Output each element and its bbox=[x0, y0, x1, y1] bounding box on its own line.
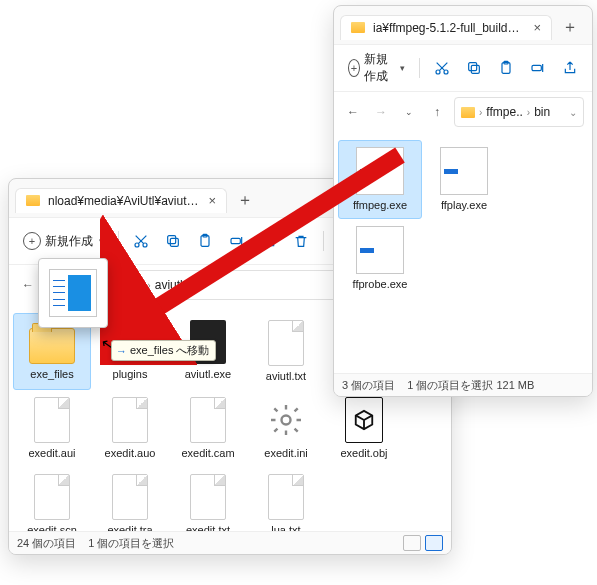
file-item[interactable]: aviutl.txt bbox=[247, 313, 325, 390]
delete-button[interactable] bbox=[287, 227, 315, 255]
file-item[interactable]: lua.txt bbox=[247, 467, 325, 531]
status-selection: 1 個の項目を選択 121 MB bbox=[407, 378, 534, 393]
new-label: 新規作成 bbox=[45, 233, 93, 250]
toolbar: + 新規作成 ▾ bbox=[334, 44, 592, 92]
folder-icon bbox=[461, 107, 475, 118]
file-label: exedit.aui bbox=[28, 447, 75, 460]
svg-point-8 bbox=[282, 416, 291, 425]
file-label: exedit.auo bbox=[105, 447, 156, 460]
cut-button[interactable] bbox=[127, 227, 155, 255]
status-bar: 3 個の項目 1 個の項目を選択 121 MB bbox=[334, 373, 592, 396]
copy-button[interactable] bbox=[460, 54, 488, 82]
file-icon bbox=[268, 320, 304, 366]
svg-rect-6 bbox=[231, 238, 240, 243]
svg-rect-3 bbox=[168, 236, 176, 244]
folder-icon bbox=[26, 195, 40, 206]
rename-button[interactable] bbox=[223, 227, 251, 255]
file-label: exedit.cam bbox=[181, 447, 234, 460]
tab-active[interactable]: nload¥media¥AviUtl¥aviutl110 × bbox=[15, 188, 227, 213]
file-label: ffprobe.exe bbox=[353, 278, 408, 291]
file-label: exedit.txt bbox=[186, 524, 230, 531]
tab-strip: ia¥ffmpeg-5.1.2-full_build¥bin × ＋ bbox=[334, 6, 592, 44]
up-button[interactable]: ↑ bbox=[426, 105, 448, 119]
file-item[interactable]: exedit.ini bbox=[247, 390, 325, 467]
folder-open-icon bbox=[29, 328, 75, 364]
tab-title: ia¥ffmpeg-5.1.2-full_build¥bin bbox=[373, 21, 525, 35]
tab-title: nload¥media¥AviUtl¥aviutl110 bbox=[48, 194, 200, 208]
share-button[interactable] bbox=[556, 54, 584, 82]
svg-rect-12 bbox=[469, 63, 477, 71]
recent-button[interactable]: ⌄ bbox=[398, 107, 420, 117]
copy-button[interactable] bbox=[159, 227, 187, 255]
breadcrumb[interactable]: › ... › aviutl.. bbox=[101, 270, 353, 300]
breadcrumb[interactable]: › ffmpe.. › bin ⌄ bbox=[454, 97, 584, 127]
file-label: exedit.obj bbox=[340, 447, 387, 460]
file-label: aviutl.exe bbox=[185, 368, 231, 381]
new-tab-button[interactable]: ＋ bbox=[558, 15, 582, 39]
svg-rect-2 bbox=[170, 238, 178, 246]
file-item[interactable]: exedit.cam bbox=[169, 390, 247, 467]
file-item[interactable]: exedit.obj bbox=[325, 390, 403, 467]
file-label: exedit.ini bbox=[264, 447, 307, 460]
icons-view-button[interactable] bbox=[425, 535, 443, 551]
file-item[interactable]: ffmpeg.exe bbox=[338, 140, 422, 219]
forward-button[interactable]: → bbox=[370, 105, 392, 119]
file-label: lua.txt bbox=[271, 524, 300, 531]
svg-rect-15 bbox=[532, 65, 541, 70]
new-tab-button[interactable]: ＋ bbox=[233, 188, 257, 212]
gear-icon bbox=[263, 397, 309, 443]
file-icon bbox=[112, 474, 148, 520]
obj-file-icon bbox=[345, 397, 383, 443]
folder-icon bbox=[108, 280, 122, 291]
share-button[interactable] bbox=[255, 227, 283, 255]
file-icon bbox=[190, 397, 226, 443]
address-bar-row: ← → ⌄ ↑ › ffmpe.. › bin ⌄ bbox=[334, 92, 592, 132]
file-item[interactable]: exedit.txt bbox=[169, 467, 247, 531]
file-item[interactable]: ffplay.exe bbox=[422, 140, 506, 219]
close-icon[interactable]: × bbox=[208, 194, 216, 207]
file-label: ffmpeg.exe bbox=[353, 199, 407, 212]
file-icon bbox=[34, 474, 70, 520]
status-count: 24 個の項目 bbox=[17, 536, 76, 551]
file-icon bbox=[268, 474, 304, 520]
file-icon bbox=[190, 474, 226, 520]
close-icon[interactable]: × bbox=[533, 21, 541, 34]
move-tooltip: → exe_files へ移動 bbox=[111, 340, 216, 361]
file-icon bbox=[34, 397, 70, 443]
svg-rect-11 bbox=[471, 65, 479, 73]
move-arrow-icon: → bbox=[116, 345, 127, 357]
plus-icon: + bbox=[23, 232, 41, 250]
status-bar: 24 個の項目 1 個の項目を選択 bbox=[9, 531, 451, 554]
back-button[interactable]: ← bbox=[17, 278, 39, 292]
rename-button[interactable] bbox=[524, 54, 552, 82]
tab-active[interactable]: ia¥ffmpeg-5.1.2-full_build¥bin × bbox=[340, 15, 552, 40]
folder-icon bbox=[351, 22, 365, 33]
cut-button[interactable] bbox=[428, 54, 456, 82]
file-icon bbox=[112, 397, 148, 443]
new-button[interactable]: + 新規作成 ▾ bbox=[17, 227, 110, 255]
file-item[interactable]: exedit.aui bbox=[13, 390, 91, 467]
new-button[interactable]: + 新規作成 ▾ bbox=[342, 54, 411, 82]
paste-button[interactable] bbox=[492, 54, 520, 82]
chevron-down-icon: ▾ bbox=[400, 63, 405, 73]
explorer-window-ffmpeg[interactable]: ia¥ffmpeg-5.1.2-full_build¥bin × ＋ + 新規作… bbox=[333, 5, 593, 397]
status-count: 3 個の項目 bbox=[342, 378, 395, 393]
paste-button[interactable] bbox=[191, 227, 219, 255]
details-view-button[interactable] bbox=[403, 535, 421, 551]
file-label: exedit.tra bbox=[107, 524, 152, 531]
plus-icon: + bbox=[348, 59, 360, 77]
move-tooltip-text: exe_files へ移動 bbox=[130, 343, 209, 358]
drag-ghost-icon bbox=[38, 258, 108, 328]
file-grid[interactable]: ffmpeg.exe ffplay.exe ffprobe.exe bbox=[334, 132, 592, 373]
back-button[interactable]: ← bbox=[342, 105, 364, 119]
file-label: exedit.scn bbox=[27, 524, 77, 531]
file-item[interactable]: exedit.scn bbox=[13, 467, 91, 531]
file-item[interactable]: ffprobe.exe bbox=[338, 219, 422, 298]
chevron-down-icon: ▾ bbox=[99, 236, 104, 246]
file-item[interactable]: exedit.tra bbox=[91, 467, 169, 531]
file-label: plugins bbox=[113, 368, 148, 381]
new-label: 新規作成 bbox=[364, 51, 394, 85]
file-item[interactable]: exedit.auo bbox=[91, 390, 169, 467]
status-selection: 1 個の項目を選択 bbox=[88, 536, 174, 551]
file-label: aviutl.txt bbox=[266, 370, 306, 383]
